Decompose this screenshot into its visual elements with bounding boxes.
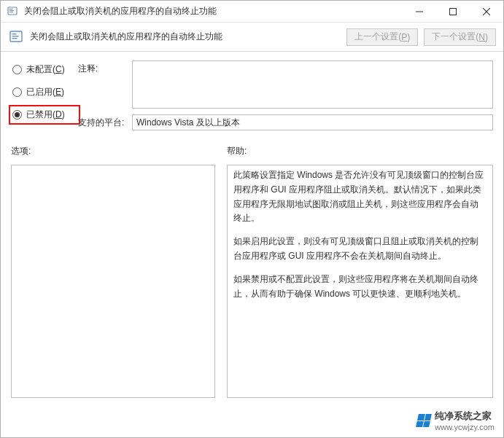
prev-setting-button[interactable]: 上一个设置(P)	[346, 28, 418, 46]
radio-not-configured[interactable]: 未配置(C)	[11, 62, 78, 77]
header-title: 关闭会阻止或取消关机的应用程序的自动终止功能	[30, 31, 346, 43]
platform-label: 支持的平台:	[78, 114, 132, 129]
svg-rect-1	[9, 9, 12, 9]
watermark-brand: 纯净系统之家	[435, 410, 495, 423]
maximize-button[interactable]	[436, 1, 470, 23]
help-paragraph: 此策略设置指定 Windows 是否允许没有可见顶级窗口的控制台应用程序和 GU…	[233, 168, 486, 226]
svg-rect-11	[12, 38, 18, 39]
next-setting-button[interactable]: 下一个设置(N)	[424, 28, 496, 46]
close-button[interactable]	[470, 1, 503, 23]
policy-icon	[7, 6, 18, 17]
radio-group: 未配置(C) 已启用(E) 已禁用(D)	[11, 60, 78, 130]
svg-rect-5	[450, 8, 457, 15]
platform-input[interactable]	[132, 114, 493, 130]
svg-rect-9	[12, 34, 17, 34]
policy-header-icon	[8, 29, 24, 45]
options-label: 选项:	[11, 145, 215, 157]
svg-rect-3	[9, 12, 13, 12]
comment-input[interactable]	[132, 60, 493, 109]
titlebar-title: 关闭会阻止或取消关机的应用程序的自动终止功能	[24, 5, 403, 17]
watermark-logo-icon	[416, 414, 432, 427]
svg-rect-2	[9, 10, 14, 11]
svg-rect-10	[12, 36, 19, 36]
help-paragraph: 如果禁用或不配置此设置，则这些应用程序将在关机期间自动终止，从而有助于确保 Wi…	[233, 273, 486, 302]
header-row: 关闭会阻止或取消关机的应用程序的自动终止功能 上一个设置(P) 下一个设置(N)	[1, 23, 503, 52]
help-label: 帮助:	[227, 145, 493, 157]
titlebar: 关闭会阻止或取消关机的应用程序的自动终止功能	[1, 1, 503, 23]
help-box: 此策略设置指定 Windows 是否允许没有可见顶级窗口的控制台应用程序和 GU…	[227, 165, 493, 398]
comment-label: 注释:	[78, 60, 132, 75]
watermark: 纯净系统之家 www.ycwjzy.com	[417, 410, 495, 431]
radio-icon	[12, 87, 22, 97]
radio-disabled[interactable]: 已禁用(D)	[11, 107, 78, 122]
radio-icon	[12, 65, 22, 74]
radio-icon	[12, 110, 22, 120]
options-box	[11, 165, 215, 398]
minimize-button[interactable]	[403, 1, 436, 23]
help-paragraph: 如果启用此设置，则没有可见顶级窗口且阻止或取消关机的控制台应用程序或 GUI 应…	[233, 235, 486, 264]
radio-enabled[interactable]: 已启用(E)	[11, 85, 78, 100]
window-controls	[403, 1, 503, 23]
watermark-url: www.ycwjzy.com	[435, 423, 495, 431]
